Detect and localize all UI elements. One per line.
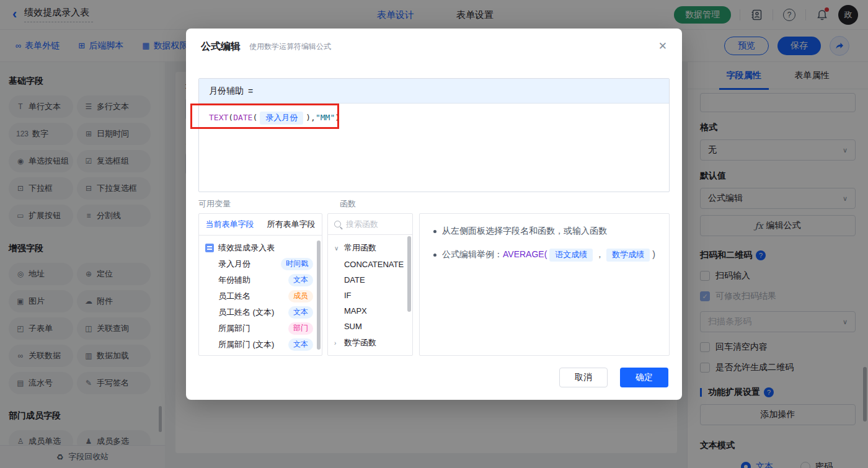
formula-input-area[interactable]: TEXT(DATE(录入月份),"MM") xyxy=(199,104,669,133)
functions-label: 函数 xyxy=(340,198,356,210)
functions-panel: ∨ 常用函数 CONCATENATE DATE IF MAPX xyxy=(327,213,413,356)
close-icon[interactable]: ✕ xyxy=(658,40,667,53)
variables-tabs: 当前表单字段 所有表单字段 xyxy=(199,214,322,236)
help-example-comma: ， xyxy=(595,249,604,259)
function-item[interactable]: DATE xyxy=(328,272,412,288)
functions-list: ∨ 常用函数 CONCATENATE DATE IF MAPX xyxy=(328,235,412,355)
bullet-icon xyxy=(433,254,436,257)
variables-form-name: 绩效提成录入表 xyxy=(218,242,275,254)
variables-list: 绩效提成录入表 录入月份 时间戳 年份辅助 文本 xyxy=(199,236,322,355)
help-example-chip: 语文成绩 xyxy=(549,249,593,262)
variable-type-badge: 文本 xyxy=(288,306,313,319)
formula-string: "MM" xyxy=(316,113,335,122)
function-group-label: 常用函数 xyxy=(344,242,376,254)
function-group-label: 数学函数 xyxy=(344,337,376,348)
help-example-function: AVERAGE( xyxy=(503,249,547,259)
function-group-math[interactable]: › 数学函数 xyxy=(328,334,412,351)
bullet-icon xyxy=(433,230,436,233)
variable-row[interactable]: 录入月份 时间戳 xyxy=(199,256,322,272)
variables-scrollbar[interactable] xyxy=(317,241,321,350)
formula-function: DATE xyxy=(233,113,252,122)
formula-target-name: 月份辅助 xyxy=(209,86,244,97)
app-root: ‹ 绩效提成录入表 表单设计 表单设置 数据管理 ? xyxy=(0,0,868,468)
function-items: CONCATENATE DATE IF MAPX SUM xyxy=(328,257,412,334)
variable-name: 所属部门 (文本) xyxy=(218,339,274,350)
variable-rows: 录入月份 时间戳 年份辅助 文本 员工姓名 成员 xyxy=(199,256,322,353)
formula-function: TEXT xyxy=(209,113,228,122)
help-example-chip: 数学成绩 xyxy=(606,249,650,262)
function-search xyxy=(328,214,412,235)
formula-punct: ) xyxy=(335,113,340,122)
caret-right-icon: › xyxy=(334,340,340,347)
variables-label: 可用变量 xyxy=(198,198,231,210)
variable-type-badge: 部门 xyxy=(288,322,313,335)
help-example-label: 公式编辑举例： xyxy=(442,249,503,259)
modal-footer: 取消 确定 xyxy=(559,368,668,387)
variable-row[interactable]: 员工姓名 (文本) 文本 xyxy=(199,304,322,320)
functions-scrollbar[interactable] xyxy=(407,236,411,312)
formula-variable-chip[interactable]: 录入月份 xyxy=(260,112,303,125)
modal-panels: 当前表单字段 所有表单字段 绩效提成录入表 录入月份 时间戳 xyxy=(198,213,670,356)
search-icon xyxy=(334,221,341,227)
variable-name: 录入月份 xyxy=(218,258,250,270)
function-item[interactable]: SUM xyxy=(328,319,412,334)
help-tip-1: 从左侧面板选择字段名和函数，或输入函数 xyxy=(433,226,655,237)
variable-row[interactable]: 员工姓名 成员 xyxy=(199,288,322,304)
variable-name: 员工姓名 (文本) xyxy=(218,307,274,318)
cancel-button[interactable]: 取消 xyxy=(559,368,608,387)
function-item[interactable]: MAPX xyxy=(328,303,412,319)
variable-type-badge: 成员 xyxy=(288,290,313,302)
tab-all-form-fields[interactable]: 所有表单字段 xyxy=(260,214,322,235)
variable-name: 年份辅助 xyxy=(218,275,250,286)
function-item[interactable]: IF xyxy=(328,288,412,303)
confirm-button[interactable]: 确定 xyxy=(620,368,668,387)
formula-help-panel: 从左侧面板选择字段名和函数，或输入函数 公式编辑举例：AVERAGE(语文成绩，… xyxy=(419,213,670,356)
modal-title: 公式编辑 xyxy=(201,40,241,53)
form-document-icon xyxy=(205,244,214,252)
modal-subtitle: 使用数学运算符编辑公式 xyxy=(249,42,331,52)
formula-target-bar: 月份辅助 = xyxy=(199,79,669,104)
variable-row[interactable]: 所属部门 (文本) 文本 xyxy=(199,337,322,353)
variables-form-node[interactable]: 绩效提成录入表 xyxy=(199,240,322,256)
formula-punct: ( xyxy=(252,113,257,122)
variable-row[interactable]: 所属部门 部门 xyxy=(199,320,322,337)
help-tip-1-text: 从左侧面板选择字段名和函数，或输入函数 xyxy=(442,226,607,237)
modal-header: 公式编辑 使用数学运算符编辑公式 xyxy=(186,29,682,64)
tab-current-form-fields[interactable]: 当前表单字段 xyxy=(199,214,260,235)
formula-punct: ( xyxy=(228,113,233,122)
formula-equals: = xyxy=(248,86,253,96)
formula-edit-modal: 公式编辑 使用数学运算符编辑公式 ✕ 月份辅助 = TEXT(DATE(录入月份… xyxy=(186,29,682,400)
variable-name: 员工姓名 xyxy=(218,291,250,302)
variable-row[interactable]: 年份辅助 文本 xyxy=(199,272,322,288)
variable-name: 所属部门 xyxy=(218,323,250,334)
variable-type-badge: 文本 xyxy=(288,274,313,286)
help-tip-2-text: 公式编辑举例：AVERAGE(语文成绩，数学成绩) xyxy=(442,249,655,262)
function-item[interactable]: CONCATENATE xyxy=(328,257,412,272)
formula-punct: ), xyxy=(306,113,316,122)
variable-type-badge: 文本 xyxy=(288,338,313,351)
formula-editor: 月份辅助 = TEXT(DATE(录入月份),"MM") xyxy=(198,78,670,192)
help-example-close: ) xyxy=(652,249,655,259)
variable-type-badge: 时间戳 xyxy=(281,258,313,270)
function-group-common[interactable]: ∨ 常用函数 xyxy=(328,239,412,257)
caret-down-icon: ∨ xyxy=(334,245,340,252)
function-group-text[interactable]: › 文本函数 xyxy=(328,351,412,355)
function-search-input[interactable] xyxy=(346,219,406,229)
variables-panel: 当前表单字段 所有表单字段 绩效提成录入表 录入月份 时间戳 xyxy=(198,213,322,356)
help-tip-2: 公式编辑举例：AVERAGE(语文成绩，数学成绩) xyxy=(433,249,655,262)
